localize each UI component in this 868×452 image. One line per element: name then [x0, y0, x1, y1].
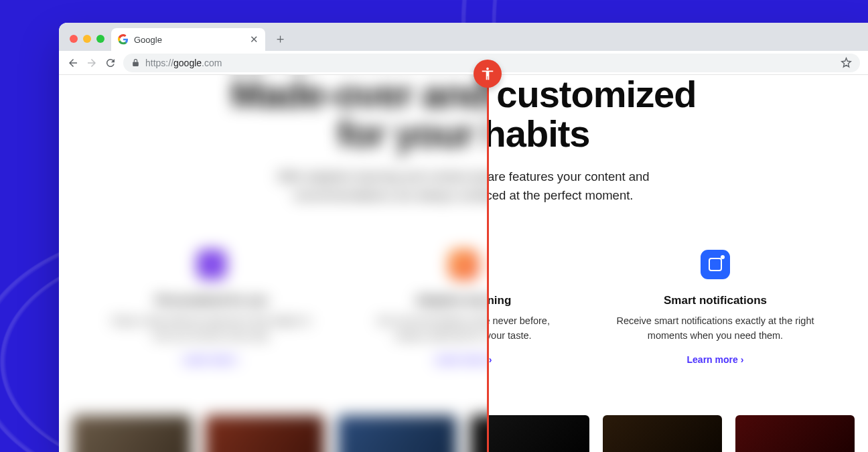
chevron-right-icon: › [741, 354, 744, 365]
feature-title: Personalized for you [111, 294, 312, 307]
feature-card-notifications: Smart notifications Receive smart notifi… [615, 250, 816, 366]
svg-point-0 [486, 68, 489, 70]
thumbnail-card[interactable] [735, 415, 855, 452]
notification-badge-icon [701, 250, 730, 279]
browser-toolbar: https://google.com [59, 51, 868, 75]
learn-more-link[interactable]: Learn more › [435, 354, 492, 365]
chevron-right-icon: › [237, 354, 240, 365]
page-content: Made-over and customized for your habits… [59, 75, 868, 452]
feature-card-adaptive: Adaptive learning Get recommendations li… [363, 250, 564, 366]
thumbnail-card[interactable] [603, 415, 722, 452]
feature-description: Receive smart notifications exactly at t… [615, 314, 816, 344]
tab-title: Google [134, 35, 162, 45]
thumbnail-card[interactable] [338, 415, 457, 452]
feature-card-personalized: Personalized for you Enjoy a fully tailo… [111, 250, 312, 366]
accessibility-icon [480, 66, 495, 81]
nav-reload-button[interactable] [104, 57, 117, 69]
features-row: Personalized for you Enjoy a fully tailo… [59, 250, 868, 366]
hero-title: Made-over and customized for your habits [139, 75, 788, 154]
hero-subtitle: With adaptive learning and context-aware… [256, 167, 671, 206]
thumbnail-card[interactable] [205, 415, 324, 452]
nav-back-button[interactable] [67, 57, 79, 69]
feature-title: Smart notifications [615, 294, 816, 307]
comparison-divider[interactable] [487, 75, 489, 452]
thumbnail-card[interactable] [72, 415, 192, 452]
browser-window: Google ✕ ＋ https://google.com Made-over … [59, 23, 868, 452]
tab-strip: Google ✕ ＋ [59, 23, 868, 51]
tab-close-button[interactable]: ✕ [250, 33, 259, 46]
window-maximize-button[interactable] [96, 35, 104, 43]
url-text: https://google.com [145, 58, 222, 68]
sparkle-icon [197, 250, 226, 279]
hero-section: Made-over and customized for your habits… [59, 75, 868, 206]
new-tab-button[interactable]: ＋ [271, 29, 289, 48]
bookmark-star-icon[interactable] [841, 57, 852, 68]
chevron-right-icon: › [489, 354, 492, 365]
thumbnail-strip [59, 415, 868, 452]
google-favicon-icon [118, 34, 129, 45]
equalizer-icon [449, 250, 478, 279]
window-close-button[interactable] [70, 35, 78, 43]
feature-description: Enjoy a fully tailored experience that a… [111, 314, 312, 344]
nav-forward-button[interactable] [86, 57, 98, 69]
page-viewport: Made-over and customized for your habits… [59, 75, 868, 452]
browser-tab[interactable]: Google ✕ [111, 28, 265, 51]
learn-more-link[interactable]: Learn more › [687, 354, 744, 365]
accessibility-toggle-button[interactable] [474, 60, 502, 88]
window-controls [66, 35, 111, 51]
feature-description: Get recommendations like never before, a… [363, 314, 564, 344]
learn-more-link[interactable]: Learn more › [184, 354, 240, 365]
feature-title: Adaptive learning [363, 294, 564, 307]
lock-icon [131, 58, 140, 67]
window-minimize-button[interactable] [83, 35, 91, 43]
